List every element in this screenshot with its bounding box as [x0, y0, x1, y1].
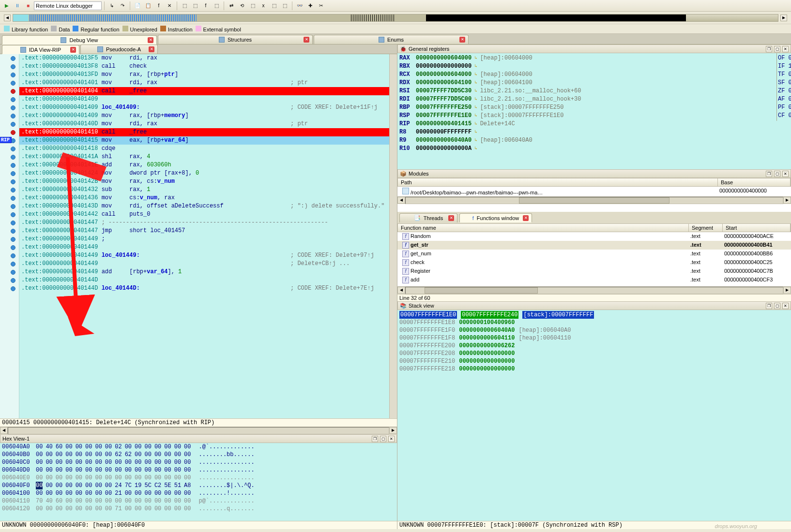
breakpoint-icon[interactable]: [11, 89, 15, 94]
code-line-icon[interactable]: [11, 221, 15, 225]
hex-row[interactable]: 00604100 0000000000000000 21000000000000…: [0, 489, 397, 497]
asm-line[interactable]: .text:0000000000401436 mov cs:v_num, rax: [19, 194, 389, 202]
asm-line[interactable]: .text:000000000040144D loc_40144D:; CODE…: [19, 284, 389, 293]
breakpoint-icon[interactable]: [11, 130, 15, 135]
hex-row[interactable]: 00604110 7040600000000000 00000000000000…: [0, 497, 397, 505]
code-line-icon[interactable]: [11, 171, 15, 176]
run-button[interactable]: ▶: [2, 1, 12, 11]
register-row[interactable]: R10000000000000000A↳: [399, 145, 789, 153]
hex-row[interactable]: 006040F0 0000000000000000 247C195CC25E51…: [0, 482, 397, 489]
function-row[interactable]: fget_num.text0000000000400BB6: [397, 250, 791, 258]
register-row[interactable]: RCX0000000000604000↳[heap]:00604000: [399, 71, 789, 79]
module-row[interactable]: /root/Desktop/baimao---pwn-master/baimao…: [397, 187, 791, 196]
asm-line[interactable]: .text:000000000040141E add rax, 603060h: [19, 161, 389, 169]
code-line-icon[interactable]: [11, 179, 15, 184]
glasses-icon[interactable]: 👓: [295, 1, 304, 11]
asm-line[interactable]: .text:0000000000401424 mov dword ptr [ra…: [19, 169, 389, 177]
tool-icon[interactable]: ⬚: [280, 1, 289, 11]
restore-button[interactable]: ❐: [766, 46, 772, 52]
tab[interactable]: IDA View-RIP✕: [2, 45, 79, 54]
tool-icon[interactable]: ⬚: [180, 1, 189, 11]
asm-line[interactable]: .text:0000000000401409: [19, 95, 389, 103]
register-row[interactable]: R800000000FFFFFFFF↳: [399, 128, 789, 136]
stack-row[interactable]: 00007FFFFFFFE1F000000000006040A0[heap]:0…: [399, 326, 789, 334]
code-line-icon[interactable]: [11, 237, 15, 242]
close-button[interactable]: ✕: [388, 436, 395, 442]
code-line-icon[interactable]: [11, 253, 15, 258]
stack-row[interactable]: 00007FFFFFFFE1F80000000000604110[heap]:0…: [399, 334, 789, 342]
modules-grid[interactable]: PathBase /root/Desktop/baimao---pwn-mast…: [397, 178, 791, 212]
step-over-button[interactable]: ↷: [118, 1, 127, 11]
tool-icon[interactable]: ⬚: [190, 1, 200, 11]
tool-icon[interactable]: f: [201, 1, 211, 11]
stack-row[interactable]: 00007FFFFFFFE2080000000000000000: [399, 350, 789, 357]
disassembly-view[interactable]: .text:00000000004013F5 mov rdi, rax.text…: [19, 54, 389, 418]
asm-line[interactable]: .text:0000000000401449 ; Delete+CB↑j ...: [19, 260, 389, 268]
tool-icon[interactable]: ⟲: [237, 1, 247, 11]
asm-line[interactable]: .text:000000000040141A shl rax, 4: [19, 153, 389, 161]
nav-overview[interactable]: [13, 14, 778, 22]
hex-row[interactable]: 00604120 0000000000000000 71000000000000…: [0, 505, 397, 513]
stack-row[interactable]: 00007FFFFFFFE1E000007FFFFFFFE240[stack]:…: [399, 311, 789, 319]
registers-view[interactable]: RAX0000000000604000↳[heap]:00604000RBX00…: [397, 53, 791, 169]
tool-icon[interactable]: ⬚: [212, 1, 221, 11]
asm-line[interactable]: .text:0000000000401404 call _free: [19, 87, 389, 95]
pause-button[interactable]: ⏸: [13, 1, 22, 11]
asm-line[interactable]: .text:0000000000401442 call puts_0: [19, 210, 389, 219]
tab[interactable]: Debug View✕: [2, 35, 157, 44]
asm-line[interactable]: .text:000000000040144D: [19, 276, 389, 284]
tool-icon[interactable]: 📄: [133, 1, 142, 11]
stack-row[interactable]: 00007FFFFFFFE1E80000000100400960: [399, 319, 789, 326]
register-row[interactable]: RDX0000000000604100↳[heap]:00604100: [399, 79, 789, 87]
function-row[interactable]: fcheck.text0000000000400C25: [397, 258, 791, 267]
nav-prev-button[interactable]: ◀: [4, 15, 11, 21]
asm-line[interactable]: .text:0000000000401432 sub rax, 1: [19, 186, 389, 194]
tab[interactable]: Enums✕: [314, 35, 469, 44]
hscrollbar[interactable]: ◀▶: [0, 427, 397, 434]
tool-icon[interactable]: ✂: [316, 1, 326, 11]
hex-row[interactable]: 006040B0 0000000000000000 62620000000000…: [0, 451, 397, 458]
close-icon[interactable]: ✕: [70, 47, 76, 53]
function-row[interactable]: fadd.text0000000000400CF3: [397, 276, 791, 284]
hex-row[interactable]: 006040E0 0000000000000000 00000000000000…: [0, 474, 397, 482]
maximize-button[interactable]: ▢: [774, 171, 780, 177]
asm-line[interactable]: .text:0000000000401415 mov eax, [rbp+var…: [19, 136, 389, 145]
stack-view[interactable]: 00007FFFFFFFE1E000007FFFFFFFE240[stack]:…: [397, 310, 791, 521]
code-line-icon[interactable]: [11, 278, 15, 283]
register-row[interactable]: RAX0000000000604000↳[heap]:00604000: [399, 54, 789, 62]
close-button[interactable]: ✕: [782, 303, 789, 309]
hex-row[interactable]: 006040A0 0040600000000000 02000000000000…: [0, 443, 397, 451]
code-line-icon[interactable]: [11, 122, 15, 127]
code-line-icon[interactable]: [11, 245, 15, 250]
close-icon[interactable]: ✕: [448, 215, 454, 221]
asm-line[interactable]: .text:0000000000401447 jmp short loc_401…: [19, 227, 389, 235]
maximize-button[interactable]: ▢: [774, 303, 780, 309]
maximize-button[interactable]: ▢: [774, 46, 780, 52]
tab[interactable]: Pseudocode-A✕: [80, 44, 158, 54]
asm-line[interactable]: .text:0000000000401449: [19, 243, 389, 251]
close-button[interactable]: ✕: [782, 46, 789, 52]
close-icon[interactable]: ✕: [149, 46, 154, 52]
debugger-select[interactable]: Remote Linux debugger: [34, 1, 102, 10]
register-row[interactable]: RDI00007FFFF7DD5C00↳libc_2.21.so:__mallo…: [399, 95, 789, 103]
asm-line[interactable]: .text:00000000004013F5 mov rdi, rax: [19, 54, 389, 62]
code-line-icon[interactable]: [11, 64, 15, 69]
tab-threads[interactable]: 📑Threads✕: [399, 213, 457, 222]
nav-next-button[interactable]: ▶: [780, 15, 787, 21]
code-line-icon[interactable]: [11, 204, 15, 209]
tool-icon[interactable]: ⬚: [248, 1, 258, 11]
tool-icon[interactable]: f: [154, 1, 164, 11]
asm-line[interactable]: .text:0000000000401447 ; ---------------…: [19, 219, 389, 227]
restore-button[interactable]: ❐: [766, 303, 772, 309]
code-line-icon[interactable]: [11, 73, 15, 77]
maximize-button[interactable]: ▢: [380, 436, 386, 442]
register-row[interactable]: RSP00007FFFFFFFE1E0↳[stack]:00007FFFFFFF…: [399, 112, 789, 120]
register-row[interactable]: R900000000006040A0↳[heap]:006040A0: [399, 136, 789, 145]
code-line-icon[interactable]: [11, 105, 15, 110]
close-button[interactable]: ✕: [782, 171, 789, 177]
close-icon[interactable]: ✕: [304, 37, 309, 43]
close-icon[interactable]: ✕: [459, 37, 465, 43]
asm-line[interactable]: .text:00000000004013F8 call check: [19, 62, 389, 71]
function-row[interactable]: fRegister.text0000000000400C7B: [397, 267, 791, 276]
asm-line[interactable]: .text:0000000000401418 cdqe: [19, 145, 389, 153]
